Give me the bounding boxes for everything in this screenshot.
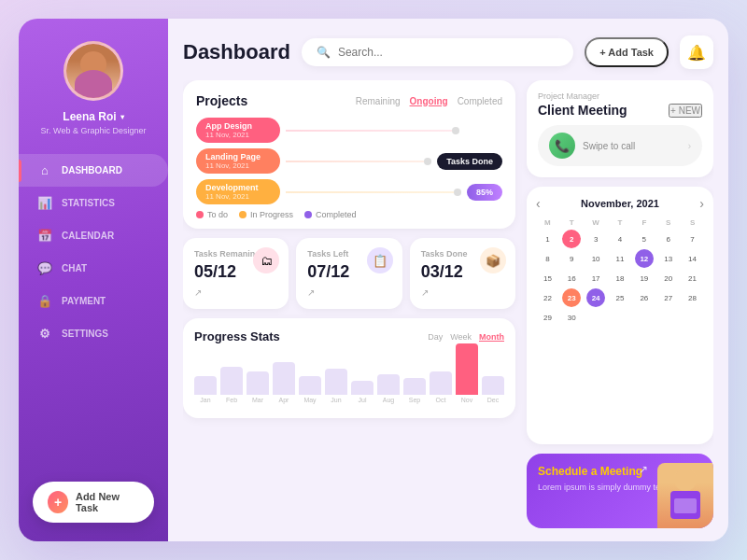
project-bar-row: Landing Page 11 Nov, 2021 Tasks Done [196,148,502,174]
calendar-day [586,308,605,327]
bar-column: Jun [325,369,347,403]
calendar-day[interactable]: 13 [659,249,678,268]
calendar-day[interactable]: 6 [659,230,678,248]
add-task-label: Add New Task [76,491,139,513]
calendar-day[interactable]: 24 [586,288,605,307]
calendar-day[interactable]: 21 [684,269,702,287]
search-input[interactable] [338,46,558,59]
calendar-day[interactable]: 2 [562,230,581,248]
legend-dot [239,211,247,218]
calendar-day[interactable]: 8 [538,249,557,268]
stats-row: Tasks Remaning 05/12 🗂 ↗ Tasks Left 07/1… [183,238,515,309]
schedule-arrow-icon: ↗ [639,463,648,476]
calendar-day[interactable]: 14 [684,249,702,268]
schedule-character [657,463,713,528]
calendar-day[interactable]: 1 [538,230,557,248]
calendar-day[interactable]: 7 [684,230,702,248]
calendar-day[interactable]: 3 [586,230,605,248]
calendar-day[interactable]: 25 [611,288,629,307]
sidebar-item-settings[interactable]: ⚙SETTINGS [19,317,168,350]
search-bar[interactable]: 🔍 [302,38,573,66]
calendar-day[interactable]: 19 [635,269,654,287]
project-bars: App Design 11 Nov, 2021 Landing Page 11 … [196,118,502,204]
progress-stats-card: Progress Stats Day Week Month Jan Feb Ma… [183,318,515,418]
calendar-day[interactable]: 26 [635,288,654,307]
bar-column: Jan [194,376,217,403]
prog-tab-week[interactable]: Week [450,332,472,342]
add-new-task-button[interactable]: + Add New Task [33,482,154,523]
calendar-day[interactable]: 4 [611,230,629,248]
dashboard-icon: ⌂ [37,163,52,177]
calendar-day[interactable]: 10 [586,249,605,268]
calendar-next-button[interactable]: › [699,196,704,211]
avatar-image [66,44,120,98]
calendar-day[interactable]: 29 [538,308,557,327]
projects-title: Projects [196,93,356,108]
calendar-day[interactable]: 30 [562,308,581,327]
bar [482,376,504,395]
pm-new-button[interactable]: + NEW [669,104,702,118]
user-role: Sr. Web & Graphic Designer [41,126,147,135]
calendar-day [659,308,678,327]
calendar-day[interactable]: 23 [562,288,581,307]
bar [220,367,243,395]
sidebar-item-statistics[interactable]: 📊STATISTICS [19,187,168,219]
svg-point-0 [674,469,697,491]
stat-arrow-icon: ↗ [194,287,277,298]
avatar [63,41,123,101]
schedule-card: ↗ Schedule a Meeting Lorem ipsum is simp… [527,454,713,528]
legend-dot [196,211,204,218]
chevron-right-icon: › [688,141,691,151]
projects-legend: To doIn ProgressCompleted [196,210,502,219]
nav-label-chat: CHAT [62,263,87,273]
calendar-day[interactable]: 27 [659,288,678,307]
calendar-day[interactable]: 11 [611,249,629,268]
calendar-day[interactable]: 9 [562,249,581,268]
pm-title: Client Meeting [538,103,669,118]
calendar-day[interactable]: 16 [562,269,581,287]
calendar-day [611,308,629,327]
pm-label: Project Manager [538,91,702,101]
calendar-day[interactable]: 12 [635,249,654,268]
add-task-header-button[interactable]: + Add Task [585,37,669,67]
calendar-day-header: T [609,217,632,229]
projects-header: Projects Remaining Ongoing Completed [196,93,502,108]
bar-column: Aug [377,374,400,403]
calendar-day[interactable]: 20 [659,269,678,287]
middle-row: Projects Remaining Ongoing Completed App… [183,80,713,528]
calendar-day[interactable]: 17 [586,269,605,287]
sidebar-item-calendar[interactable]: 📅CALENDAR [19,219,168,252]
calendar-day[interactable]: 15 [538,269,557,287]
sidebar-item-chat[interactable]: 💬CHAT [19,252,168,285]
stat-arrow-icon: ↗ [421,287,504,298]
bar-column: Nov [456,343,478,403]
progress-header: Progress Stats Day Week Month [194,329,504,343]
bar [194,376,217,395]
bar [377,374,400,395]
percent-badge: 85% [467,184,502,201]
bar [456,343,478,395]
bar [247,371,269,395]
swipe-to-call-button[interactable]: 📞 Swipe to call › [538,125,702,166]
notification-button[interactable]: 🔔 [680,35,713,69]
svg-rect-2 [674,498,697,513]
prog-tab-month[interactable]: Month [479,332,504,342]
prog-tab-day[interactable]: Day [428,332,443,342]
tab-ongoing[interactable]: Ongoing [410,96,448,106]
calendar-day[interactable]: 28 [684,288,702,307]
tab-remaining[interactable]: Remaining [356,96,401,106]
tab-completed[interactable]: Completed [458,96,502,106]
calendar-day[interactable]: 5 [635,230,654,248]
calendar-day-header: S [681,217,704,229]
project-connector [286,130,459,132]
bar [430,371,452,395]
plus-icon: + [48,491,68,513]
nav-label-statistics: STATISTICS [62,198,115,208]
calendar-day[interactable]: 22 [538,288,557,307]
sidebar-item-payment[interactable]: 🔒PAYMENT [19,285,168,317]
sidebar-item-dashboard[interactable]: ⌂DASHBOARD [19,154,168,187]
projects-card: Projects Remaining Ongoing Completed App… [183,80,515,229]
stat-card: Tasks Remaning 05/12 🗂 ↗ [183,238,289,309]
calendar-day[interactable]: 18 [611,269,629,287]
stat-icon: 📋 [367,247,393,273]
